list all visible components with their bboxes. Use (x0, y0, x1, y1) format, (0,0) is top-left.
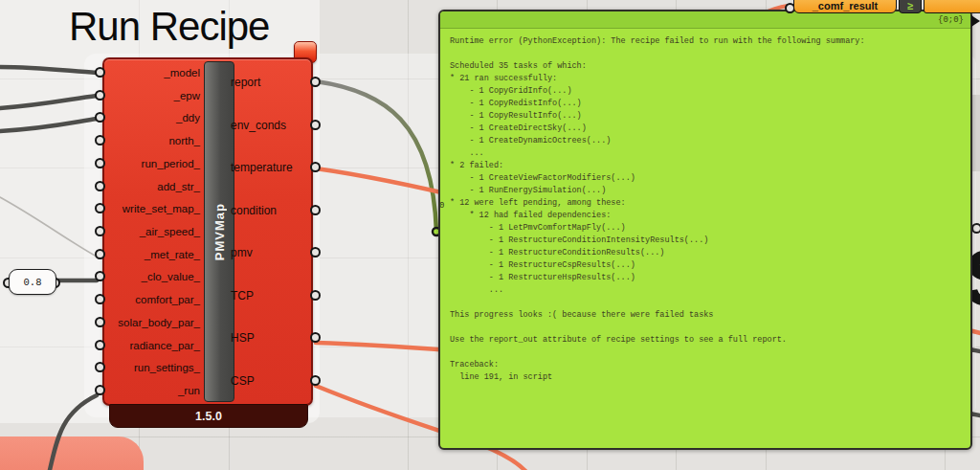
wire-run[interactable] (50, 395, 97, 470)
output-grip[interactable] (310, 375, 321, 386)
component-version: 1.5.0 (195, 410, 222, 423)
input-grip[interactable] (95, 249, 105, 259)
panel-path-badge: {0;0} (938, 15, 964, 25)
wire-hsp[interactable] (316, 343, 450, 350)
input-row: _met_rate_ (104, 243, 204, 266)
component-body[interactable]: _model _epw _ddy north_ (102, 57, 313, 406)
error-panel-header[interactable]: {0;0} (440, 11, 970, 29)
input-row: radiance_par_ (104, 334, 204, 357)
input-row: _clo_value_ (104, 266, 204, 289)
input-label: run_period_ (142, 158, 200, 169)
input-label: comfort_par_ (135, 294, 200, 305)
output-label: temperature (231, 161, 293, 174)
comf-result-param[interactable]: _comf_result (793, 0, 897, 13)
input-row: north_ (104, 129, 204, 152)
input-grip[interactable] (95, 181, 105, 191)
output-row: condition (231, 190, 311, 233)
input-row: add_str_ (104, 175, 204, 198)
error-panel-text: Runtime error (PythonException): The rec… (440, 29, 970, 384)
input-label: run_settings_ (134, 362, 200, 373)
input-row: comfort_par_ (104, 288, 204, 311)
input-row: _run (104, 379, 204, 402)
output-label: env_conds (231, 119, 286, 132)
input-grip[interactable] (95, 271, 105, 281)
input-row: _model (104, 61, 204, 84)
input-grip[interactable] (95, 135, 105, 145)
output-row: pmv (231, 232, 311, 275)
input-row: _epw (104, 84, 204, 107)
input-label: _run (178, 385, 200, 396)
output-row: temperature (231, 146, 311, 190)
output-grip[interactable] (310, 290, 321, 301)
input-grip[interactable] (95, 158, 105, 168)
input-label: _clo_value_ (142, 271, 200, 282)
panel-grip-index: 0 (439, 201, 444, 211)
input-label: _met_rate_ (145, 249, 200, 260)
component-outputs: report env_conds temperature con (231, 61, 311, 402)
component-icon-box[interactable]: ≥ (899, 0, 922, 13)
input-row: write_set_map_ (104, 197, 204, 220)
output-label: report (231, 76, 260, 89)
output-grip[interactable] (310, 205, 321, 215)
output-label: condition (231, 204, 277, 217)
input-grip[interactable] (95, 226, 105, 236)
sigma-icon: ≥ (907, 0, 913, 11)
output-row: CSP (231, 360, 311, 403)
component-inputs: _model _epw _ddy north_ (104, 61, 204, 402)
input-row: _ddy (104, 106, 204, 129)
input-label: _ddy (176, 112, 200, 123)
component-nickname: PMVMap (212, 203, 227, 260)
input-grip[interactable] (95, 317, 105, 327)
input-grip[interactable] (95, 340, 105, 350)
input-grip[interactable] (95, 385, 105, 395)
output-label: TCP (231, 289, 254, 302)
input-label: radiance_par_ (129, 340, 200, 351)
panel-output-grip[interactable] (971, 15, 980, 27)
input-row: _air_speed_ (104, 220, 204, 243)
input-grip[interactable] (95, 362, 105, 372)
output-grip[interactable] (310, 120, 321, 130)
slider-value: 0.8 (24, 277, 42, 288)
component-version-bar: 1.5.0 (109, 404, 308, 428)
input-grip[interactable] (95, 203, 105, 213)
wire-model[interactable] (0, 67, 97, 73)
pmv-map-component[interactable]: _model _epw _ddy north_ (102, 57, 313, 428)
right-edge-grip[interactable] (971, 223, 980, 234)
input-grip[interactable] (95, 67, 105, 78)
output-row: TCP (231, 275, 311, 318)
wire-ddy[interactable] (0, 119, 97, 131)
input-label: north_ (168, 135, 200, 146)
input-grip[interactable] (95, 112, 105, 123)
number-slider-panel[interactable]: 0.8 (9, 269, 56, 295)
input-label: write_set_map_ (122, 203, 200, 214)
output-label: CSP (231, 374, 255, 388)
grasshopper-canvas[interactable]: Run Recipe S 0.8 (0, 0, 980, 470)
output-row: HSP (231, 317, 311, 360)
output-label: pmv (231, 246, 253, 259)
partial-orange-component[interactable] (924, 0, 980, 13)
input-grip[interactable] (95, 294, 105, 304)
wire-epw[interactable] (0, 96, 97, 108)
error-panel[interactable]: {0;0} Runtime error (PythonException): T… (438, 10, 972, 450)
input-row: run_period_ (104, 152, 204, 175)
input-row: run_settings_ (104, 357, 204, 380)
input-row: solar_body_par_ (104, 311, 204, 334)
input-label: _air_speed_ (140, 226, 200, 237)
output-row: env_conds (231, 104, 311, 147)
input-grip[interactable] (95, 90, 105, 101)
wire-report-to-panel[interactable] (316, 81, 436, 232)
input-label: _model (164, 67, 200, 78)
comf-result-label: _comf_result (813, 0, 878, 11)
input-label: _epw (174, 90, 201, 101)
wire-met-rate-faint[interactable] (0, 197, 97, 257)
output-label: HSP (231, 331, 255, 345)
input-label: solar_body_par_ (118, 317, 200, 328)
output-row: report (231, 61, 311, 104)
input-label: add_str_ (157, 181, 200, 192)
